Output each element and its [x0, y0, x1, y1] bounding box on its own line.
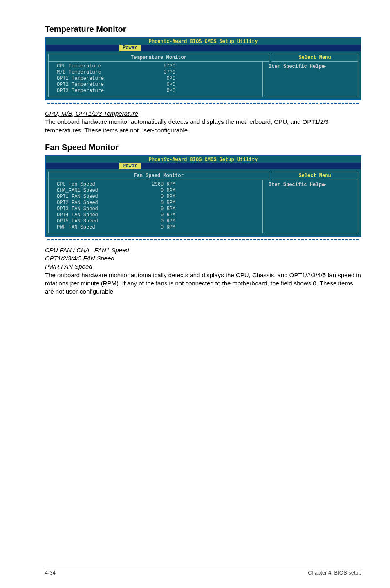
table-row: CHA_FAN1 Speed 0 RPM — [57, 188, 258, 194]
bios-help-panel: Item Specific Help▶▶ — [265, 62, 358, 97]
row-val: 37ºC — [139, 70, 183, 76]
row-key: CHA_FAN1 Speed — [57, 188, 139, 194]
section-heading-temp: Temperature Monitor — [45, 25, 361, 34]
section-heading-fan: Fan Speed Monitor — [45, 143, 361, 152]
row-key: OPT5 FAN Speed — [57, 218, 139, 224]
bios-title: Phoenix-Award BIOS CMOS Setup Utility — [46, 38, 361, 45]
row-key: CPU Fan Speed — [57, 182, 139, 188]
dashed-divider — [47, 239, 359, 240]
row-val: 0 RPM — [139, 206, 183, 212]
paragraph: The onboard hardware monitor automatical… — [45, 118, 361, 135]
subheading: PWR FAN Speed — [45, 263, 361, 271]
bios-panel-fan: Phoenix-Award BIOS CMOS Setup Utility Po… — [45, 155, 361, 237]
page-number: 4-34 — [45, 570, 56, 576]
double-arrow-icon: ▶▶ — [322, 182, 325, 188]
row-key: OPT2 FAN Speed — [57, 200, 139, 206]
row-key: OPT1 Temperature — [57, 76, 139, 82]
table-row: OPT1 FAN Speed 0 RPM — [57, 194, 258, 200]
row-key: PWR FAN Speed — [57, 224, 139, 231]
row-val: 0 RPM — [139, 224, 183, 231]
row-key: OPT2 Temperature — [57, 82, 139, 88]
table-row: CPU Fan Speed 2960 RPM — [57, 182, 258, 188]
table-row: OPT2 FAN Speed 0 RPM — [57, 200, 258, 206]
table-row: OPT4 FAN Speed 0 RPM — [57, 212, 258, 218]
double-arrow-icon: ▶▶ — [322, 64, 325, 70]
bios-content-left: CPU Temperature 57ºC M/B Temperature 37º… — [48, 62, 263, 97]
row-val: 0 RPM — [139, 212, 183, 218]
dashed-divider — [47, 103, 359, 104]
row-val: 0ºC — [139, 82, 183, 88]
bios-help-panel: Item Specific Help▶▶ — [265, 180, 358, 233]
bios-panel-temp: Phoenix-Award BIOS CMOS Setup Utility Po… — [45, 37, 361, 100]
bios-menu-bar: Power — [46, 45, 361, 51]
row-val: 0 RPM — [139, 194, 183, 200]
help-text: Item Specific Help — [269, 64, 322, 70]
row-key: OPT3 FAN Speed — [57, 206, 139, 212]
row-val: 0ºC — [139, 76, 183, 82]
row-key: M/B Temperature — [57, 70, 139, 76]
chapter-label: Chapter 4: BIOS setup — [308, 570, 361, 576]
table-row: CPU Temperature 57ºC — [57, 63, 258, 70]
table-row: OPT3 FAN Speed 0 RPM — [57, 206, 258, 212]
row-val: 0 RPM — [139, 200, 183, 206]
table-row: PWR FAN Speed 0 RPM — [57, 224, 258, 231]
bios-title: Phoenix-Award BIOS CMOS Setup Utility — [46, 156, 361, 163]
help-text: Item Specific Help — [269, 182, 322, 188]
table-row: OPT1 Temperature 0ºC — [57, 76, 258, 82]
bios-menu-bar: Power — [46, 163, 361, 169]
bios-subheader-right: Select Menu — [272, 172, 358, 180]
row-val: 0 RPM — [139, 188, 183, 194]
subheading: OPT1/2/3/4/5 FAN Speed — [45, 254, 361, 263]
subheading: CPU FAN / CHA _FAN1 Speed — [45, 246, 361, 254]
footer-divider — [45, 567, 361, 567]
row-key: OPT3 Temperature — [57, 88, 139, 94]
table-row: OPT2 Temperature 0ºC — [57, 82, 258, 88]
bios-subheader-right: Select Menu — [272, 54, 358, 62]
bios-subheader-left: Temperature Monitor — [48, 54, 269, 62]
table-row: M/B Temperature 37ºC — [57, 70, 258, 76]
row-val: 0ºC — [139, 88, 183, 94]
bios-subheader-left: Fan Speed Monitor — [48, 172, 269, 180]
row-val: 0 RPM — [139, 218, 183, 224]
row-key: OPT1 FAN Speed — [57, 194, 139, 200]
bios-menu-tab-power: Power — [119, 163, 141, 169]
bios-content-left: CPU Fan Speed 2960 RPM CHA_FAN1 Speed 0 … — [48, 180, 263, 233]
table-row: OPT5 FAN Speed 0 RPM — [57, 218, 258, 224]
table-row: OPT3 Temperature 0ºC — [57, 88, 258, 94]
subheading: CPU, M/B, OPT1/2/3 Temperature — [45, 110, 361, 118]
paragraph: The onboard hardware monitor automatical… — [45, 271, 361, 296]
bios-menu-tab-power: Power — [119, 45, 141, 51]
row-val: 57ºC — [139, 63, 183, 70]
row-key: CPU Temperature — [57, 63, 139, 70]
row-key: OPT4 FAN Speed — [57, 212, 139, 218]
row-val: 2960 RPM — [139, 182, 183, 188]
